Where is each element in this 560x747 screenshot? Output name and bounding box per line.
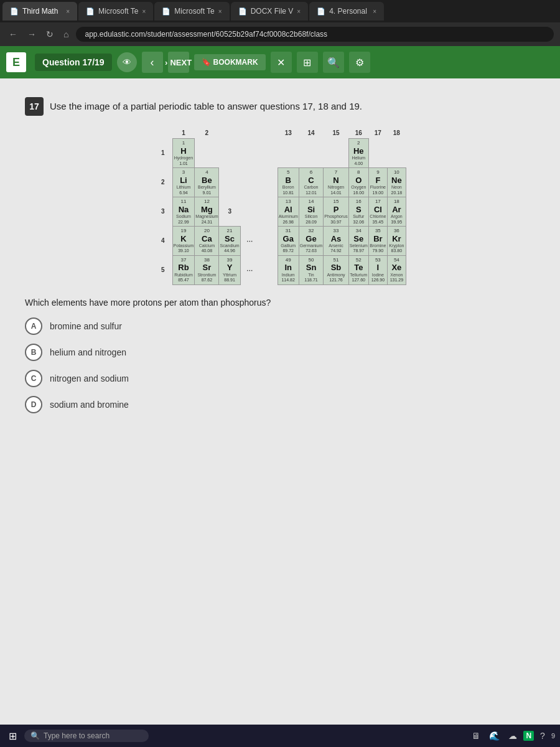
answer-section: Which elements have more protons per ato…: [25, 298, 535, 413]
element-Kr: 36 Kr Krypton 83.80: [387, 226, 406, 255]
element-Xe: 54 Xe Xenon 131.29: [387, 255, 406, 284]
taskbar-search-placeholder: Type here to search: [44, 731, 110, 740]
choice-c-circle: C: [25, 370, 42, 387]
taskbar-n-icon[interactable]: N: [523, 731, 534, 741]
group-1-header: 1: [172, 128, 195, 139]
period-2: 2: [154, 167, 172, 197]
close-button[interactable]: ✕: [271, 52, 292, 73]
choice-b[interactable]: B helium and nitrogen: [25, 344, 535, 361]
choice-d-circle: D: [25, 396, 42, 413]
element-N: 7 N Nitrogen 14.01: [324, 167, 348, 197]
tab-bar: 📄 Third Math × 📄 Microsoft Te × 📄 Micros…: [0, 0, 560, 22]
question-instruction: Use the image of a partial periodic tabl…: [50, 97, 362, 116]
element-Br: 35 Br Bromine 79.90: [368, 226, 387, 255]
element-Sb: 51 Sb Antimony 121.76: [324, 255, 348, 284]
taskbar-search-box[interactable]: 🔍 Type here to search: [24, 730, 149, 742]
app-toolbar: E Question 17/19 👁 ‹ › NEXT 🔖 BOOKMARK ✕…: [0, 46, 560, 78]
periodic-table-container: 1 2 13 14 15 16 17 18 1 1 H Hydrogen 1.0…: [25, 128, 535, 285]
element-Y: 39 Y Yttrium 88.91: [219, 255, 240, 284]
element-B: 5 B Boron 10.81: [278, 167, 299, 197]
taskbar-edge-icon[interactable]: 🌊: [487, 730, 502, 742]
tab-close-2[interactable]: ×: [142, 8, 146, 15]
group-16-header: 16: [348, 128, 368, 139]
group-13-header: 13: [278, 128, 299, 139]
taskbar-cloud-icon[interactable]: ☁: [506, 730, 520, 742]
taskbar-monitor-icon[interactable]: 🖥: [469, 730, 483, 742]
element-Ne: 10 Ne Neon 20.18: [387, 167, 406, 197]
element-H: 1 H Hydrogen 1.01: [172, 139, 195, 168]
tab-close-1[interactable]: ×: [66, 8, 70, 15]
sub-question: Which elements have more protons per ato…: [25, 298, 535, 308]
choice-a-circle: A: [25, 317, 42, 335]
element-O: 8 O Oxygen 16.00: [348, 167, 368, 197]
choice-b-circle: B: [25, 344, 42, 361]
taskbar-time: 9: [551, 732, 555, 740]
tab-icon-4: 📄: [238, 7, 247, 16]
period-2-spacer: [219, 167, 278, 197]
settings-button[interactable]: ⚙: [349, 52, 370, 73]
tab-close-4[interactable]: ×: [297, 8, 301, 15]
element-C: 6 C Carbon 12.01: [299, 167, 324, 197]
tab-close-5[interactable]: ×: [373, 8, 376, 15]
dots: ···: [240, 226, 259, 255]
period-1-spacer: [195, 139, 268, 168]
prev-button[interactable]: ‹: [142, 52, 163, 73]
tab-icon-3: 📄: [162, 7, 170, 16]
element-Ge: 32 Ge Germanium 72.63: [299, 226, 324, 255]
reload-button[interactable]: ↻: [44, 27, 56, 42]
period-1-spacer2: [268, 139, 348, 168]
col-period: [154, 128, 172, 139]
bookmark-button[interactable]: 🔖 BOOKMARK: [194, 54, 266, 70]
element-Na: 11 Na Sodium 22.99: [172, 197, 195, 226]
period-3-spacer: [240, 197, 278, 226]
element-S: 16 S Sulfur 32.06: [348, 197, 368, 226]
choice-a[interactable]: A bromine and sulfur: [25, 317, 535, 335]
choice-d[interactable]: D sodium and bromine: [25, 396, 535, 413]
grid-button[interactable]: ⊞: [297, 52, 318, 73]
taskbar: ⊞ 🔍 Type here to search 🖥 🌊 ☁ N ? 9: [0, 725, 560, 747]
tab-third-math[interactable]: 📄 Third Math ×: [2, 2, 77, 21]
tab-icon-5: 📄: [317, 7, 325, 16]
group-14-header: 14: [299, 128, 324, 139]
home-button[interactable]: ⌂: [61, 27, 71, 42]
app-logo: E: [6, 52, 26, 72]
tab-microsoft-2[interactable]: 📄 Microsoft Te ×: [154, 2, 229, 21]
search-button[interactable]: 🔍: [323, 52, 344, 73]
address-input[interactable]: [76, 27, 554, 42]
element-Ca: 20 Ca Calcium 40.08: [195, 226, 219, 255]
period-1: 1: [154, 139, 172, 168]
forward-button[interactable]: →: [25, 27, 39, 42]
tab-label-2: Microsoft Te: [98, 7, 138, 16]
element-Sr: 38 Sr Strontium 87.62: [195, 255, 219, 284]
tab-microsoft-1[interactable]: 📄 Microsoft Te ×: [78, 2, 153, 21]
element-Si: 14 Si Silicon 28.09: [299, 197, 324, 226]
tab-docx[interactable]: 📄 DOCX File V ×: [231, 2, 309, 21]
tab-close-3[interactable]: ×: [218, 8, 222, 15]
element-F: 9 F Fluorine 19.00: [368, 167, 387, 197]
period-5: 5: [154, 255, 172, 284]
choice-b-text: helium and nitrogen: [50, 347, 126, 357]
taskbar-search-icon: 🔍: [30, 731, 40, 740]
choice-c[interactable]: C nitrogen and sodium: [25, 370, 535, 387]
back-button[interactable]: ←: [6, 27, 20, 42]
eye-button[interactable]: 👁: [117, 52, 137, 72]
element-Be: 4 Be Beryllium 9.01: [195, 167, 219, 197]
period-3-num: 3: [219, 197, 240, 226]
next-button[interactable]: › NEXT: [168, 52, 189, 73]
question-progress: Question 17/19: [35, 54, 112, 71]
period-3: 3: [154, 197, 172, 226]
dots-5: ···: [240, 255, 259, 284]
element-Li: 3 Li Lithium 6.94: [172, 167, 195, 197]
tab-label-1: Third Math: [22, 7, 58, 16]
group-15-header: 15: [324, 128, 348, 139]
period-5-spacer: [259, 255, 278, 284]
question-number: 17: [25, 97, 44, 116]
group-2-header: 2: [195, 128, 219, 139]
element-P: 15 P Phosphorus 30.97: [324, 197, 348, 226]
tab-personal[interactable]: 📄 4. Personal ×: [309, 2, 384, 21]
taskbar-help-icon[interactable]: ?: [538, 730, 548, 742]
element-Cl: 17 Cl Chlorine 35.45: [368, 197, 387, 226]
choice-a-text: bromine and sulfur: [50, 321, 122, 331]
start-button[interactable]: ⊞: [5, 729, 21, 743]
choice-d-text: sodium and bromine: [50, 400, 129, 410]
